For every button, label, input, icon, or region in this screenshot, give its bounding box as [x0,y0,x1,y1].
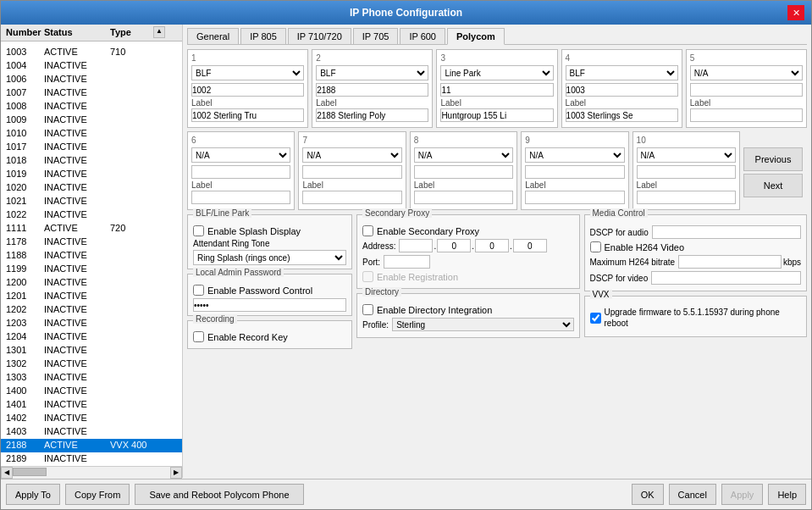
list-row[interactable]: 1203 INACTIVE [1,317,182,330]
blf-value-10[interactable] [637,165,736,179]
horizontal-scroll[interactable]: ◀ ▶ [1,466,182,478]
blf-label-5[interactable] [690,108,803,122]
enable-secondary-checkbox[interactable] [362,225,373,236]
list-row[interactable]: 1003 ACTIVE 710 [1,46,182,59]
addr-3[interactable] [475,239,509,252]
list-row[interactable]: 1301 INACTIVE [1,344,182,358]
addr-2[interactable] [437,239,471,252]
password-field[interactable] [193,298,346,312]
list-row[interactable]: 1204 INACTIVE [1,330,182,344]
list-row[interactable]: 1017 INACTIVE [1,141,182,154]
apply-to-button[interactable]: Apply To [6,484,60,505]
blf-value-4[interactable] [566,83,678,97]
scroll-right-btn[interactable]: ▶ [170,467,182,479]
list-row[interactable]: 1007 INACTIVE [1,86,182,100]
tab-ip705[interactable]: IP 705 [353,28,399,44]
list-row[interactable]: 1302 INACTIVE [1,358,182,371]
blf-value-9[interactable] [525,165,624,179]
blf-value-1[interactable] [191,83,304,97]
blf-select-8[interactable]: N/A [414,147,513,163]
blf-value-6[interactable] [191,165,290,179]
help-button[interactable]: Help [768,484,806,505]
list-row[interactable]: 1009 INACTIVE [1,114,182,127]
blf-label-3[interactable] [440,108,553,122]
sort-icon[interactable]: ▲ [153,26,165,38]
blf-label-2[interactable] [316,108,428,122]
list-row[interactable]: 2189 INACTIVE [1,452,182,466]
list-row[interactable]: 1019 INACTIVE [1,168,182,181]
tab-polycom[interactable]: Polycom [447,28,505,45]
list-row[interactable]: 1178 INACTIVE [1,236,182,249]
previous-button[interactable]: Previous [743,147,803,171]
list-row[interactable]: 1018 INACTIVE [1,154,182,168]
enable-pw-checkbox[interactable] [193,285,204,296]
blf-label-8[interactable] [414,191,513,204]
list-row[interactable]: 1202 INACTIVE [1,303,182,317]
max-h264-input[interactable] [678,255,782,269]
blf-label-7[interactable] [302,191,401,204]
enable-splash-checkbox[interactable] [193,225,204,236]
dscp-audio-input[interactable] [652,225,801,239]
blf-label-4[interactable] [566,108,678,122]
blf-select-3[interactable]: Line Park [440,65,553,80]
list-body[interactable]: 1001 INACTIVE 1002 ACTIVE 710 1003 ACTIV… [1,42,182,466]
blf-select-1[interactable]: BLF [191,65,304,80]
port-input[interactable]: 5060 [384,255,430,269]
copy-from-button[interactable]: Copy From [65,484,130,505]
enable-record-checkbox[interactable] [193,331,204,342]
blf-select-6[interactable]: N/A [191,147,290,163]
list-row[interactable]: 1201 INACTIVE [1,290,182,303]
blf-value-8[interactable] [414,165,513,179]
blf-select-4[interactable]: BLF [566,65,678,80]
list-row[interactable]: 1400 INACTIVE [1,385,182,398]
scroll-thumb[interactable] [13,468,47,476]
list-row[interactable]: 1010 INACTIVE [1,127,182,141]
list-row[interactable]: 1006 INACTIVE [1,73,182,86]
blf-select-10[interactable]: N/A [637,147,736,163]
list-row[interactable]: 1008 INACTIVE [1,100,182,114]
list-row[interactable]: 1021 INACTIVE [1,195,182,208]
list-row[interactable]: 1004 INACTIVE [1,59,182,73]
cancel-button[interactable]: Cancel [669,484,716,505]
tab-ip805[interactable]: IP 805 [240,28,286,44]
enable-reg-checkbox[interactable] [362,271,373,282]
ring-dropdown[interactable]: Ring Splash (rings once) [193,250,346,265]
blf-label-1[interactable] [191,108,304,122]
profile-select[interactable]: Sterling [392,318,573,331]
close-button[interactable]: ✕ [787,5,804,20]
save-reboot-button[interactable]: Save and Reboot Polycom Phone [135,484,303,505]
list-row[interactable]: 1401 INACTIVE [1,398,182,412]
list-row[interactable]: 1199 INACTIVE [1,263,182,276]
blf-select-7[interactable]: N/A [302,147,401,163]
blf-value-5[interactable] [690,83,803,97]
blf-value-2[interactable] [316,83,428,97]
list-row[interactable]: 1188 INACTIVE [1,249,182,263]
blf-select-2[interactable]: BLF [316,65,428,80]
next-button[interactable]: Next [743,174,803,197]
ok-button[interactable]: OK [632,484,664,505]
tab-ip710720[interactable]: IP 710/720 [288,28,351,44]
list-row[interactable]: 1111 ACTIVE 720 [1,222,182,236]
dscp-video-input[interactable] [651,271,801,285]
tab-general[interactable]: General [187,28,239,44]
list-row[interactable]: 1402 INACTIVE [1,412,182,425]
blf-label-9[interactable] [525,191,624,204]
blf-select-5[interactable]: N/A [690,65,803,80]
scroll-track[interactable] [13,467,170,479]
list-row[interactable]: 1403 INACTIVE [1,425,182,439]
blf-label-6[interactable] [191,191,290,204]
list-row[interactable]: 1022 INACTIVE [1,208,182,222]
tab-ip600[interactable]: IP 600 [400,28,445,44]
list-row[interactable]: 2188 ACTIVE VVX 400 [1,439,182,452]
list-row[interactable]: 1200 INACTIVE [1,276,182,290]
enable-dir-checkbox[interactable] [362,304,373,315]
addr-1[interactable] [399,239,433,252]
blf-value-3[interactable] [440,83,553,97]
h264-checkbox[interactable] [590,241,601,252]
blf-label-10[interactable] [637,191,736,204]
scroll-left-btn[interactable]: ◀ [1,467,13,479]
addr-4[interactable] [513,239,547,252]
blf-value-7[interactable] [302,165,401,179]
list-row[interactable]: 1303 INACTIVE [1,371,182,385]
blf-select-9[interactable]: N/A [525,147,624,163]
